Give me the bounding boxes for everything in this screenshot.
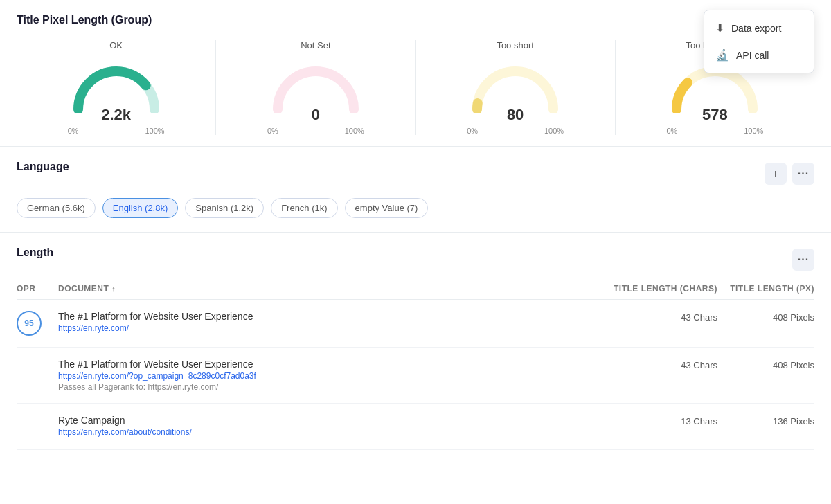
language-section: Language i ··· German (5.6k) English (2.… — [0, 147, 831, 233]
gauge-too-short-label: Too short — [497, 40, 533, 51]
filter-spanish[interactable]: Spanish (1.2k) — [185, 198, 264, 218]
doc-url[interactable]: https://en.ryte.com/?op_campaign=8c289c0… — [58, 371, 607, 381]
th-title-chars: Title Length (Chars) — [607, 284, 717, 294]
opr-cell: 95 — [17, 311, 58, 336]
language-info-button[interactable]: i — [765, 163, 787, 185]
length-section: Length ··· OPR Document ↑ Title Length (… — [0, 233, 831, 450]
gauge-ok-svg — [68, 57, 165, 113]
gauge-not-set-range: 0% 100% — [267, 127, 364, 135]
chars-cell: 13 Chars — [607, 415, 717, 426]
filter-english[interactable]: English (2.8k) — [102, 198, 178, 218]
doc-title: The #1 Platform for Website User Experie… — [58, 311, 607, 322]
gauge-not-set-label: Not Set — [301, 40, 330, 51]
data-export-item[interactable]: ⬇ Data export — [704, 15, 814, 42]
more-dots-icon-length: ··· — [798, 253, 809, 266]
gauge-too-short-value: 80 — [507, 106, 524, 124]
dropdown-menu: ⬇ Data export 🔬 API call — [704, 10, 814, 73]
gauge-not-set: Not Set 0 0% 100% — [216, 40, 416, 135]
table-row: Ryte Campaign https://en.ryte.com/about/… — [17, 404, 814, 450]
px-cell: 408 Pixels — [717, 311, 814, 323]
doc-title: Ryte Campaign — [58, 415, 607, 426]
gauge-ok-label: OK — [109, 40, 123, 51]
px-cell: 136 Pixels — [717, 415, 814, 426]
chars-cell: 43 Chars — [607, 359, 717, 370]
chars-cell: 43 Chars — [607, 311, 717, 323]
th-opr: OPR — [17, 284, 58, 294]
doc-url[interactable]: https://en.ryte.com/about/conditions/ — [58, 427, 607, 437]
language-more-button[interactable]: ··· — [792, 163, 814, 185]
th-document[interactable]: Document ↑ — [58, 284, 607, 294]
length-more-button[interactable]: ··· — [792, 249, 814, 271]
length-title: Length — [17, 246, 53, 259]
more-dots-icon: ··· — [798, 168, 809, 180]
gauge-ok-range: 0% 100% — [68, 127, 165, 135]
gauge-not-set-value: 0 — [312, 106, 320, 124]
table-row: The #1 Platform for Website User Experie… — [17, 348, 814, 404]
gauge-ok: OK 2.2k 0% 100% — [17, 40, 216, 135]
filter-empty[interactable]: empty Value (7) — [345, 198, 429, 218]
gauge-not-set-svg — [267, 57, 364, 113]
doc-url[interactable]: https://en.ryte.com/ — [58, 323, 607, 333]
doc-cell: The #1 Platform for Website User Experie… — [58, 359, 607, 392]
gauge-too-long-range: 0% 100% — [666, 127, 763, 135]
th-title-px: Title Length (px) — [717, 284, 814, 294]
opr-badge: 95 — [17, 311, 42, 336]
language-header: Language i ··· — [17, 161, 814, 187]
gauge-too-short: Too short 80 0% 100% — [416, 40, 616, 135]
language-actions: i ··· — [765, 163, 814, 185]
page-container: Title Pixel Length (Group) OK 2.2k 0% 10… — [0, 0, 831, 504]
gauge-too-short-svg — [467, 57, 564, 113]
gauges-section: Title Pixel Length (Group) OK 2.2k 0% 10… — [0, 0, 831, 147]
filter-french[interactable]: French (1k) — [271, 198, 337, 218]
doc-note: Passes all Pagerank to: https://en.ryte.… — [58, 382, 607, 392]
download-icon: ⬇ — [715, 21, 724, 35]
doc-title: The #1 Platform for Website User Experie… — [58, 359, 607, 370]
px-cell: 408 Pixels — [717, 359, 814, 370]
language-filters: German (5.6k) English (2.8k) Spanish (1.… — [17, 198, 814, 218]
page-title: Title Pixel Length (Group) — [17, 14, 814, 26]
api-call-label: API call — [736, 50, 769, 61]
gauge-too-short-range: 0% 100% — [467, 127, 564, 135]
gauge-too-long-value: 578 — [702, 106, 728, 124]
gauge-ok-value: 2.2k — [101, 106, 131, 124]
filter-german[interactable]: German (5.6k) — [17, 198, 96, 218]
length-header: Length ··· — [17, 246, 814, 273]
doc-cell: The #1 Platform for Website User Experie… — [58, 311, 607, 334]
api-icon: 🔬 — [715, 48, 729, 62]
info-icon: i — [774, 169, 777, 179]
data-export-label: Data export — [731, 23, 781, 34]
language-title: Language — [17, 161, 69, 173]
length-actions: ··· — [792, 249, 814, 271]
api-call-item[interactable]: 🔬 API call — [704, 42, 814, 69]
table-row: 95 The #1 Platform for Website User Expe… — [17, 300, 814, 348]
doc-cell: Ryte Campaign https://en.ryte.com/about/… — [58, 415, 607, 438]
sort-arrow-icon: ↑ — [111, 285, 116, 293]
gauges-row: OK 2.2k 0% 100% Not Set 0 — [17, 40, 814, 135]
table-header: OPR Document ↑ Title Length (Chars) Titl… — [17, 284, 814, 300]
